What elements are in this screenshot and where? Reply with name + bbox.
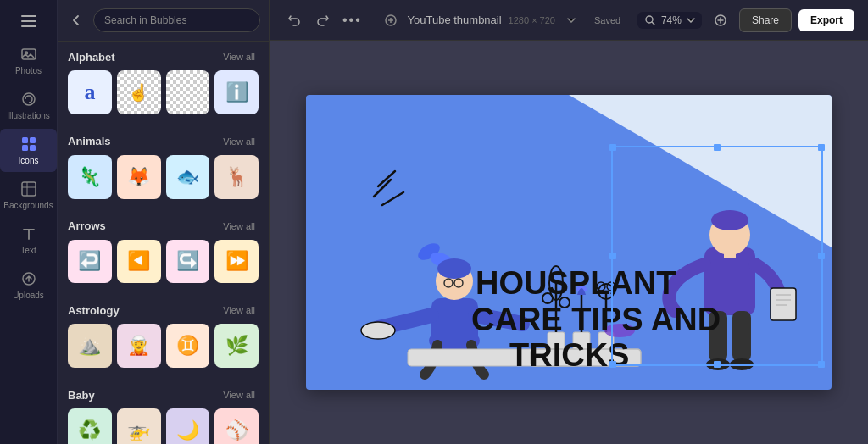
- main-area: ••• YouTube thumbnail 1280 × 720 Saved: [270, 0, 868, 444]
- sidebar-item-uploads[interactable]: Uploads: [0, 264, 57, 307]
- category-baby: Baby View all ♻️ 🚁 🌙 ⚾: [58, 380, 269, 444]
- icon-cell[interactable]: ⚾: [214, 408, 259, 444]
- icon-cell[interactable]: ☝️: [117, 70, 161, 114]
- zoom-value: 74%: [661, 14, 682, 26]
- saved-status: Saved: [594, 15, 620, 25]
- icon-cell[interactable]: ↪️: [166, 240, 210, 284]
- icon-cell[interactable]: ↩️: [68, 240, 112, 284]
- icon-cell[interactable]: ⏩: [214, 240, 259, 284]
- svg-rect-48: [771, 288, 796, 320]
- svg-marker-15: [569, 95, 832, 247]
- topbar-left: •••: [283, 9, 367, 31]
- share-button[interactable]: Share: [739, 8, 792, 32]
- icon-cell[interactable]: 🌙: [166, 408, 210, 444]
- svg-rect-7: [30, 137, 36, 143]
- icon-grid-animals: 🦎 🦊 🐟 🦌: [68, 155, 259, 199]
- view-all-baby[interactable]: View all: [220, 388, 259, 402]
- icon-cell[interactable]: 🦎: [68, 155, 112, 199]
- svg-text:HOUSPLANT: HOUSPLANT: [476, 265, 676, 301]
- svg-rect-2: [21, 25, 36, 27]
- category-title-alphabet: Alphabet: [68, 51, 115, 64]
- search-input[interactable]: [93, 8, 260, 32]
- icon-grid-astrology: ⛰️ 🧝 ♊ 🌿: [68, 324, 259, 368]
- svg-rect-1: [21, 20, 36, 22]
- icon-cell[interactable]: ℹ️: [214, 70, 259, 114]
- icon-cell[interactable]: a: [68, 70, 112, 114]
- icon-cell[interactable]: [166, 70, 210, 114]
- icon-cell[interactable]: 🧝: [117, 324, 161, 368]
- category-title-baby: Baby: [68, 389, 95, 402]
- svg-point-54: [706, 358, 730, 370]
- svg-point-46: [711, 210, 748, 230]
- svg-rect-0: [21, 15, 36, 17]
- category-title-arrows: Arrows: [68, 219, 106, 232]
- sidebar-item-backgrounds[interactable]: Backgrounds: [0, 174, 57, 217]
- category-alphabet-header: Alphabet View all: [68, 50, 259, 64]
- view-all-arrows[interactable]: View all: [220, 219, 259, 233]
- category-arrows: Arrows View all ↩️ ◀️ ↪️ ⏩: [58, 211, 269, 289]
- category-title-animals: Animals: [68, 135, 111, 147]
- category-alphabet: Alphabet View all a ☝️ ℹ️: [58, 42, 269, 119]
- sidebar-item-text[interactable]: Text: [0, 219, 57, 262]
- category-arrows-header: Arrows View all: [68, 219, 259, 233]
- view-all-alphabet[interactable]: View all: [220, 50, 259, 64]
- doc-dimensions: 1280 × 720: [509, 15, 555, 25]
- icon-cell[interactable]: ⛰️: [68, 324, 112, 368]
- svg-rect-8: [22, 145, 28, 151]
- icon-cell[interactable]: 🚁: [117, 408, 161, 444]
- toolbar: Photos Illustrations Icons Backgrou: [0, 0, 58, 444]
- svg-text:CARE TIPS AND: CARE TIPS AND: [471, 302, 721, 337]
- svg-rect-47: [724, 250, 736, 258]
- topbar-center: YouTube thumbnail 1280 × 720 Saved: [374, 14, 631, 27]
- topbar-right: 74% Share Export: [637, 8, 854, 32]
- canvas-area[interactable]: HOUSPLANT CARE TIPS AND TRICKS: [270, 41, 868, 444]
- icon-cell[interactable]: ♊: [166, 324, 210, 368]
- category-title-astrology: Astrology: [68, 304, 120, 317]
- sidebar-item-icons[interactable]: Icons: [0, 129, 57, 172]
- dimensions-dropdown[interactable]: [562, 14, 581, 26]
- back-button[interactable]: [66, 10, 86, 31]
- icon-cell[interactable]: 🌿: [214, 324, 259, 368]
- redo-button[interactable]: [310, 10, 334, 31]
- icon-grid-arrows: ↩️ ◀️ ↪️ ⏩: [68, 240, 259, 284]
- sidebar-item-photos[interactable]: Photos: [0, 39, 57, 82]
- zoom-in-button[interactable]: [709, 10, 732, 31]
- svg-rect-10: [22, 182, 36, 196]
- icon-cell[interactable]: ♻️: [68, 408, 112, 444]
- category-animals-header: Animals View all: [68, 135, 259, 148]
- icon-cell[interactable]: 🦌: [214, 155, 259, 199]
- canvas-frame: HOUSPLANT CARE TIPS AND TRICKS: [306, 95, 832, 390]
- svg-line-18: [382, 192, 403, 205]
- topbar: ••• YouTube thumbnail 1280 × 720 Saved: [270, 0, 868, 41]
- view-all-astrology[interactable]: View all: [220, 303, 259, 317]
- icon-grid-baby: ♻️ 🚁 🌙 ⚾: [68, 408, 259, 444]
- svg-rect-6: [22, 137, 28, 143]
- icon-cell[interactable]: 🦊: [117, 155, 161, 199]
- doc-type: YouTube thumbnail: [408, 14, 502, 26]
- category-astrology-header: Astrology View all: [68, 303, 259, 317]
- category-astrology: Astrology View all ⛰️ 🧝 ♊ 🌿: [58, 295, 269, 373]
- export-button[interactable]: Export: [798, 9, 854, 31]
- zoom-control[interactable]: 74%: [637, 12, 702, 29]
- category-baby-header: Baby View all: [68, 388, 259, 402]
- canvas-wrapper: HOUSPLANT CARE TIPS AND TRICKS: [306, 95, 832, 390]
- panel-header: [58, 0, 269, 42]
- svg-text:TRICKS: TRICKS: [509, 337, 629, 373]
- svg-point-5: [23, 93, 35, 105]
- svg-rect-9: [30, 145, 36, 151]
- more-options-button[interactable]: •••: [337, 9, 367, 31]
- icon-cell[interactable]: 🐟: [166, 155, 210, 199]
- svg-point-55: [730, 358, 754, 370]
- view-all-animals[interactable]: View all: [220, 135, 259, 148]
- category-animals: Animals View all 🦎 🦊 🐟 🦌: [58, 126, 269, 204]
- menu-button[interactable]: [0, 8, 57, 34]
- svg-point-24: [437, 258, 471, 279]
- side-panel: Alphabet View all a ☝️ ℹ️ Animals View a…: [58, 0, 270, 444]
- icon-grid-alphabet: a ☝️ ℹ️: [68, 70, 259, 114]
- icon-cell[interactable]: ◀️: [117, 240, 161, 284]
- svg-point-28: [361, 322, 395, 339]
- svg-rect-53: [732, 311, 751, 362]
- undo-button[interactable]: [283, 10, 307, 31]
- sidebar-item-illustrations[interactable]: Illustrations: [0, 84, 57, 127]
